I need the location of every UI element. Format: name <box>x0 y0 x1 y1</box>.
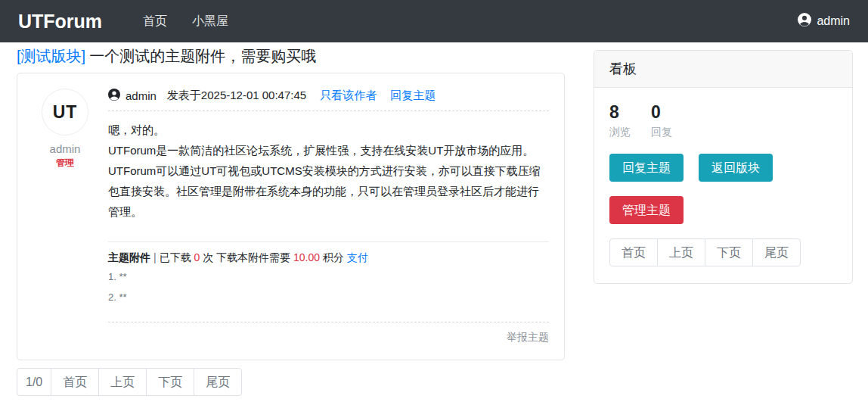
main-column: [测试版块]一个测试的主题附件，需要购买哦 UT admin 管理 <box>17 42 565 396</box>
report-topic-link[interactable]: 举报主题 <box>507 331 549 343</box>
post-header: admin 发表于2025-12-01 00:47:45 只看该作者 回复主题 <box>108 89 549 111</box>
navbar: UTForum 首页 小黑屋 admin <box>0 0 868 42</box>
sidebar: 看板 8 浏览 0 回复 回复主题 返回版块 管理 <box>594 42 853 396</box>
post-author-name: admin <box>126 89 157 102</box>
views-label: 浏览 <box>609 126 631 139</box>
post-main: admin 发表于2025-12-01 00:47:45 只看该作者 回复主题 … <box>108 89 549 344</box>
attachment-cost: 10.00 <box>293 251 320 263</box>
view-author-only-link[interactable]: 只看该作者 <box>320 89 377 103</box>
nav-links: 首页 小黑屋 <box>143 14 228 30</box>
nav-item-blackhouse[interactable]: 小黑屋 <box>192 14 228 30</box>
author-name: admin <box>33 142 98 155</box>
person-circle-icon <box>798 13 811 30</box>
post-paragraph: UTForum是一款简洁的社区论坛系统，扩展性强，支持在线安装UT开放市场的应用… <box>108 140 549 160</box>
pagination-first[interactable]: 首页 <box>609 238 658 266</box>
kanban-body: 8 浏览 0 回复 回复主题 返回版块 管理主题 首页 <box>594 88 852 283</box>
replies-label: 回复 <box>651 126 672 139</box>
pagination-last[interactable]: 尾页 <box>752 238 801 266</box>
page-container: [测试版块]一个测试的主题附件，需要购买哦 UT admin 管理 <box>0 42 868 396</box>
back-to-forum-button[interactable]: 返回版块 <box>699 154 773 182</box>
pay-link[interactable]: 支付 <box>347 251 368 263</box>
reply-topic-button[interactable]: 回复主题 <box>609 154 684 182</box>
pagination-first[interactable]: 首页 <box>51 368 99 396</box>
attachment-item: 1. ** <box>108 269 549 285</box>
sidebar-pagination: 首页 上页 下页 尾页 <box>609 238 801 266</box>
topic-category-link[interactable]: [测试版块] <box>17 48 85 64</box>
kanban-card: 看板 8 浏览 0 回复 回复主题 返回版块 管理 <box>594 50 853 284</box>
brand-logo[interactable]: UTForum <box>18 11 102 33</box>
bottom-pagination: 1/0 首页 上页 下页 尾页 <box>17 368 242 396</box>
page-indicator: 1/0 <box>17 368 51 396</box>
replies-count: 0 <box>651 102 672 123</box>
manage-topic-button[interactable]: 管理主题 <box>609 196 684 224</box>
kanban-header: 看板 <box>594 51 852 88</box>
attachment-cost-prefix: 下载本附件需要 <box>216 251 290 263</box>
attachment-separator: | <box>153 251 157 263</box>
page-title: [测试版块]一个测试的主题附件，需要购买哦 <box>17 47 565 65</box>
pagination-next[interactable]: 下页 <box>705 238 753 266</box>
post-paragraph: 嗯，对的。 <box>108 120 549 140</box>
pagination-prev[interactable]: 上页 <box>657 238 705 266</box>
attachment-title: 主题附件 <box>108 251 150 263</box>
stat-replies: 0 回复 <box>651 102 672 139</box>
download-count-suffix: 次 <box>203 251 213 263</box>
author-role-badge: 管理 <box>33 157 98 170</box>
reply-topic-link[interactable]: 回复主题 <box>390 89 436 103</box>
pagination-prev[interactable]: 上页 <box>98 368 147 396</box>
post-footer: 举报主题 <box>108 322 549 344</box>
person-circle-icon <box>108 89 120 103</box>
attachment-cost-suffix: 积分 <box>323 251 344 263</box>
post-body: 嗯，对的。 UTForum是一款简洁的社区论坛系统，扩展性强，支持在线安装UT开… <box>108 111 549 241</box>
pagination-last[interactable]: 尾页 <box>194 368 242 396</box>
button-row: 管理主题 <box>609 196 837 224</box>
avatar-logo: UT <box>53 102 78 123</box>
avatar[interactable]: UT <box>42 89 88 136</box>
post-date: 发表于2025-12-01 00:47:45 <box>167 89 306 103</box>
pagination-next[interactable]: 下页 <box>146 368 194 396</box>
topic-title: 一个测试的主题附件，需要购买哦 <box>89 48 316 64</box>
attachment-item: 2. ** <box>108 290 549 306</box>
button-row: 回复主题 返回版块 <box>609 154 837 182</box>
attachment-info-line: 主题附件|已下载 0 次 下载本附件需要 10.00 积分 支付 <box>108 251 549 265</box>
nav-item-home[interactable]: 首页 <box>143 14 167 30</box>
download-count-prefix: 已下载 <box>160 251 191 263</box>
views-count: 8 <box>609 102 631 123</box>
download-count: 0 <box>194 251 200 263</box>
attachment-section: 主题附件|已下载 0 次 下载本附件需要 10.00 积分 支付 1. ** 2… <box>108 241 549 306</box>
stat-views: 8 浏览 <box>609 102 631 139</box>
user-menu[interactable]: admin <box>798 13 850 30</box>
post-card: UT admin 管理 admin 发表于2025-12-01 00:47: <box>17 73 565 360</box>
author-column: UT admin 管理 <box>33 89 98 344</box>
post-paragraph: UTForum可以通过UT可视包或UTCMS安装模块的方式进行安装，亦可以直接下… <box>108 160 549 222</box>
user-name: admin <box>817 14 850 28</box>
topic-stats: 8 浏览 0 回复 <box>609 102 837 139</box>
